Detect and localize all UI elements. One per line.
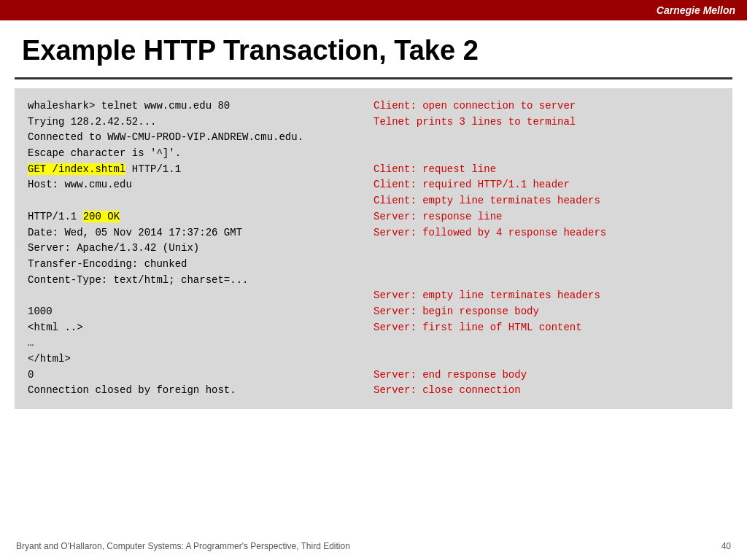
status-highlight: 200 OK [83, 211, 120, 222]
comment-cell: Client: request line [374, 162, 719, 178]
comment-cell: Client: empty line terminates headers [374, 193, 719, 209]
table-row: Date: Wed, 05 Nov 2014 17:37:26 GMT Serv… [28, 225, 719, 241]
top-bar: Carnegie Mellon [0, 0, 747, 20]
divider [15, 77, 732, 79]
table-row: 0 Server: end response body [28, 368, 719, 384]
http-response-prefix: HTTP/1.1 [28, 211, 83, 222]
table-row: Trying 128.2.42.52... Telnet prints 3 li… [28, 114, 719, 131]
content-area: whaleshark> telnet www.cmu.edu 80 Client… [15, 88, 732, 409]
comment-cell [374, 241, 719, 257]
comment-cell [374, 335, 719, 351]
code-cell: Connected to WWW-CMU-PROD-VIP.ANDREW.cmu… [28, 130, 374, 146]
table-row: Host: www.cmu.edu Client: required HTTP/… [28, 177, 719, 193]
table-row: … [28, 335, 719, 351]
code-cell [28, 193, 374, 209]
code-table: whaleshark> telnet www.cmu.edu 80 Client… [28, 98, 719, 399]
brand-name: Carnegie Mellon [657, 4, 735, 16]
table-row: Connection closed by foreign host. Serve… [28, 383, 719, 399]
code-cell: Transfer-Encoding: chunked [28, 257, 374, 273]
code-cell: Connection closed by foreign host. [28, 383, 374, 399]
table-row: Transfer-Encoding: chunked [28, 257, 719, 273]
comment-cell: Client: open connection to server [374, 98, 719, 114]
table-row: Escape character is '^]'. [28, 146, 719, 162]
code-cell: <html ..> [28, 320, 374, 336]
comment-cell: Server: response line [374, 209, 719, 225]
table-row: GET /index.shtml HTTP/1.1 Client: reques… [28, 162, 719, 178]
table-row: </html> [28, 351, 719, 368]
code-cell: Trying 128.2.42.52... [28, 114, 374, 131]
comment-cell: Server: empty line terminates headers [374, 288, 719, 304]
comment-cell [374, 351, 719, 368]
code-cell: Content-Type: text/html; charset=... [28, 273, 374, 289]
code-cell: </html> [28, 351, 374, 368]
table-row: HTTP/1.1 200 OK Server: response line [28, 209, 719, 225]
footer: Bryant and O'Hallaron, Computer Systems:… [0, 541, 747, 551]
table-row: Server: Apache/1.3.42 (Unix) [28, 241, 719, 257]
code-cell: HTTP/1.1 200 OK [28, 209, 374, 225]
comment-cell [374, 130, 719, 146]
code-cell: 1000 [28, 304, 374, 320]
comment-cell: Client: required HTTP/1.1 header [374, 177, 719, 193]
code-cell: Escape character is '^]'. [28, 146, 374, 162]
code-cell: Date: Wed, 05 Nov 2014 17:37:26 GMT [28, 225, 374, 241]
comment-cell: Server: followed by 4 response headers [374, 225, 719, 241]
code-cell: GET /index.shtml HTTP/1.1 [28, 162, 374, 178]
page-title: Example HTTP Transaction, Take 2 [22, 35, 725, 66]
code-cell: whaleshark> telnet www.cmu.edu 80 [28, 98, 374, 114]
footer-citation: Bryant and O'Hallaron, Computer Systems:… [16, 541, 350, 551]
code-cell: Host: www.cmu.edu [28, 177, 374, 193]
comment-cell [374, 273, 719, 289]
code-cell [28, 288, 374, 304]
code-cell: 0 [28, 368, 374, 384]
code-cell: Server: Apache/1.3.42 (Unix) [28, 241, 374, 257]
comment-cell: Server: first line of HTML content [374, 320, 719, 336]
title-area: Example HTTP Transaction, Take 2 [0, 20, 747, 77]
comment-cell [374, 146, 719, 162]
table-row: Content-Type: text/html; charset=... [28, 273, 719, 289]
get-highlight: GET /index.shtml [28, 163, 125, 175]
comment-cell: Telnet prints 3 lines to terminal [374, 114, 719, 131]
table-row: <html ..> Server: first line of HTML con… [28, 320, 719, 336]
table-row: Server: empty line terminates headers [28, 288, 719, 304]
table-row: Client: empty line terminates headers [28, 193, 719, 209]
table-row: whaleshark> telnet www.cmu.edu 80 Client… [28, 98, 719, 114]
comment-cell: Server: close connection [374, 383, 719, 399]
comment-cell [374, 257, 719, 273]
comment-cell: Server: begin response body [374, 304, 719, 320]
table-row: Connected to WWW-CMU-PROD-VIP.ANDREW.cmu… [28, 130, 719, 146]
http-version: HTTP/1.1 [132, 163, 181, 175]
table-row: 1000 Server: begin response body [28, 304, 719, 320]
page-number: 40 [721, 541, 731, 551]
comment-cell: Server: end response body [374, 368, 719, 384]
code-cell: … [28, 335, 374, 351]
